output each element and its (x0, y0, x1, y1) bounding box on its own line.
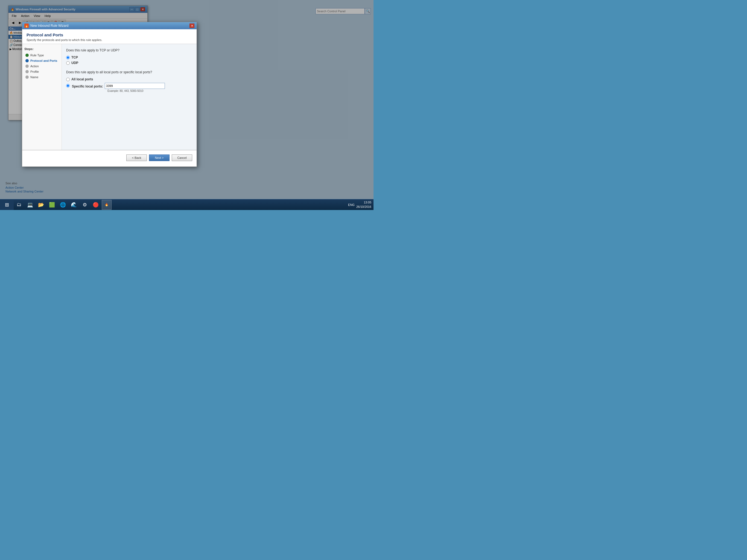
step-action-dot (25, 65, 29, 68)
taskbar-explorer-btn[interactable]: 🗂 (14, 199, 25, 210)
step-protocol-ports: Protocol and Ports (24, 58, 59, 63)
step-action: Action (24, 64, 59, 69)
taskbar-ie-btn[interactable]: 🌊 (68, 199, 79, 210)
udp-radio[interactable] (66, 61, 70, 65)
step-rule-type-dot (25, 54, 29, 57)
cancel-button[interactable]: Cancel (172, 154, 192, 161)
wizard-dialog: 🔥 New Inbound Rule Wizard ✕ Protocol and… (22, 22, 197, 167)
step-name-label: Name (30, 75, 38, 79)
specific-ports-radio[interactable] (66, 84, 70, 87)
wizard-titlebar: 🔥 New Inbound Rule Wizard ✕ (22, 22, 197, 29)
wizard-title-icon: 🔥 (24, 24, 29, 28)
taskbar-date: 26/10/2016 (356, 205, 371, 209)
taskbar-cmd-btn[interactable]: 💻 (25, 199, 35, 210)
wizard-title-text: New Inbound Rule Wizard (30, 24, 68, 28)
tcp-radio-item: TCP (66, 55, 192, 59)
wizard-header-desc: Specify the protocols and ports to which… (27, 38, 192, 42)
step-rule-type-label: Rule Type (30, 54, 44, 57)
tcp-radio[interactable] (66, 56, 70, 59)
start-button[interactable]: ⊞ (0, 199, 14, 210)
step-action-label: Action (30, 65, 39, 68)
wizard-content: Does this rule apply to TCP or UDP? TCP … (62, 44, 197, 150)
step-profile: Profile (24, 69, 59, 74)
wizard-header-title: Protocol and Ports (27, 32, 192, 37)
step-protocol-ports-label: Protocol and Ports (30, 59, 57, 62)
ports-radio-group: All local ports Specific local ports: Ex… (66, 77, 192, 93)
taskbar-clock: 13:05 26/10/2016 (356, 200, 371, 209)
all-ports-radio-item: All local ports (66, 77, 192, 81)
wizard-steps-panel: Steps: Rule Type Protocol and Ports Acti… (22, 44, 62, 150)
specific-ports-row: Specific local ports: Example: 80, 443, … (66, 83, 192, 93)
steps-label: Steps: (24, 47, 59, 51)
specific-ports-input[interactable] (105, 83, 165, 89)
wizard-close-btn[interactable]: ✕ (189, 24, 195, 28)
taskbar-green-app-btn[interactable]: 🟩 (47, 199, 57, 210)
taskbar-mmc-app[interactable]: 🔥 (102, 200, 111, 210)
udp-label[interactable]: UDP (71, 61, 78, 65)
step-name: Name (24, 75, 59, 80)
port-input-wrap: Specific local ports: Example: 80, 443, … (72, 83, 165, 93)
all-ports-radio[interactable] (66, 78, 70, 81)
port-example: Example: 80, 443, 5000-5010 (107, 90, 165, 93)
taskbar-time: 13:05 (356, 200, 371, 205)
taskbar-lang: ENG (348, 203, 355, 206)
back-button[interactable]: < Back (126, 154, 147, 161)
specific-ports-label[interactable]: Specific local ports: (72, 83, 103, 88)
taskbar-right: ENG 13:05 26/10/2016 (346, 200, 374, 209)
wizard-body: Steps: Rule Type Protocol and Ports Acti… (22, 44, 197, 150)
udp-radio-item: UDP (66, 61, 192, 65)
wizard-header: Protocol and Ports Specify the protocols… (22, 29, 197, 44)
taskbar-folder-btn[interactable]: 📂 (35, 199, 47, 210)
step-name-dot (25, 75, 29, 79)
step-rule-type: Rule Type (24, 53, 59, 58)
next-button[interactable]: Next > (149, 154, 170, 161)
taskbar-app-btn[interactable]: 🔴 (90, 199, 101, 210)
step-profile-label: Profile (30, 70, 39, 73)
taskbar: ⊞ 🗂 💻 📂 🟩 🌐 🌊 ⚙ 🔴 🔥 ENG 13:05 26/10/2016 (0, 199, 374, 210)
taskbar-chrome-btn[interactable]: 🌐 (57, 199, 68, 210)
tcp-label[interactable]: TCP (71, 55, 78, 59)
tcp-udp-question: Does this rule apply to TCP or UDP? (66, 48, 192, 52)
wizard-footer: < Back Next > Cancel (22, 150, 197, 165)
step-profile-dot (25, 70, 29, 73)
taskbar-settings-btn[interactable]: ⚙ (79, 199, 90, 210)
ports-question: Does this rule apply to all local ports … (66, 70, 192, 74)
taskbar-mmc-icon: 🔥 (105, 203, 108, 206)
taskbar-items: 🗂 💻 📂 🟩 🌐 🌊 ⚙ 🔴 🔥 (14, 199, 346, 210)
protocol-radio-group: TCP UDP (66, 55, 192, 65)
step-protocol-ports-dot (25, 59, 29, 62)
all-ports-label[interactable]: All local ports (71, 77, 93, 81)
